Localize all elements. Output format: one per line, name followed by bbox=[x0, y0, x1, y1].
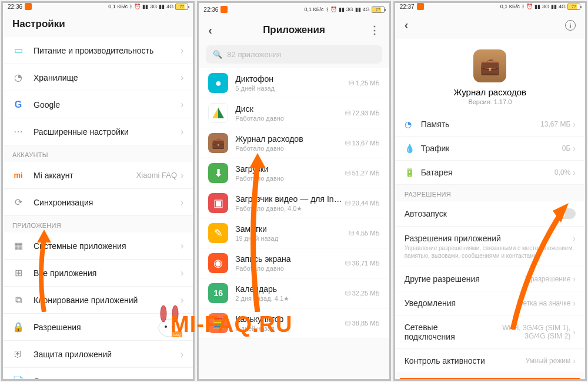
mi-icon: mi bbox=[12, 170, 24, 181]
signal-icon: ▮▮ bbox=[551, 4, 557, 9]
app-name-label: Журнал расходов bbox=[235, 134, 345, 144]
chevron-right-icon: › bbox=[573, 144, 576, 153]
sig2: 4G bbox=[559, 4, 566, 9]
app-row[interactable]: ▣ Загрузчик видео — для Instagram Работа… bbox=[199, 188, 389, 218]
row-app-permissions[interactable]: Разрешения приложений › Управление разре… bbox=[395, 227, 585, 267]
app-sub-label: Работало давно bbox=[235, 145, 345, 152]
back-button[interactable]: ‹ bbox=[208, 24, 212, 37]
status-time: 22:37 bbox=[400, 4, 415, 10]
close-button[interactable]: ✕ Закрыть bbox=[401, 379, 460, 381]
row-sublabel: Управление разрешениями, связанными с ме… bbox=[405, 244, 576, 260]
panel-apps-list: 22:36 0,1 КБ/с ᚼ ⏰ ▮▮ 3G ▮▮ 4G 77 ‹ Прил… bbox=[197, 1, 390, 381]
app-hero: 💼 Журнал расходов Версия: 1.17.0 bbox=[395, 39, 585, 112]
app-badge-icon bbox=[25, 3, 32, 10]
row-label: Автозапуск bbox=[405, 209, 556, 218]
memory-icon: ◔ bbox=[405, 119, 415, 129]
app-row[interactable]: Диск Работало давно ⛁72,93 МБ bbox=[199, 98, 389, 128]
delete-button[interactable]: 🗑 Удалить bbox=[460, 379, 520, 381]
row-activity[interactable]: Контроль активности Умный режим › bbox=[395, 349, 585, 373]
row-network[interactable]: Сетевые подключения Wi-Fi, 3G/4G (SIM 1)… bbox=[395, 315, 585, 349]
chevron-right-icon: › bbox=[573, 298, 576, 308]
app-icon: ● bbox=[208, 73, 228, 93]
row-label: Mi аккаунт bbox=[34, 171, 136, 180]
app-sub-label: Работало давно, 4.0★ bbox=[235, 205, 345, 212]
storage-icon: ⛁ bbox=[345, 200, 350, 207]
chevron-right-icon: › bbox=[181, 376, 183, 381]
app-name-label: Календарь bbox=[235, 284, 345, 294]
clear-button[interactable]: ◇ Очистить bbox=[520, 379, 579, 381]
row-advanced[interactable]: ⋯ Расширенные настройки › bbox=[3, 118, 193, 145]
status-time: 22:36 bbox=[203, 6, 218, 13]
row-notifications[interactable]: Уведомления Метка на значке › bbox=[395, 291, 585, 315]
app-size-label: ⛁38,85 МБ bbox=[345, 320, 380, 327]
search-input[interactable]: 🔍 82 приложения bbox=[206, 45, 382, 64]
chevron-right-icon: › bbox=[181, 268, 183, 278]
row-traffic[interactable]: 💧 Трафик 0Б › bbox=[395, 137, 585, 161]
row-other-permissions[interactable]: Другие разрешения 1 разрешение › bbox=[395, 267, 585, 291]
row-app-protect[interactable]: ⛨ Защита приложений › bbox=[3, 341, 193, 368]
row-report[interactable]: 📄 Отчет › bbox=[3, 368, 193, 381]
battery-icon: 77 bbox=[175, 4, 188, 10]
storage-icon: ⛁ bbox=[345, 260, 350, 267]
chevron-right-icon: › bbox=[181, 197, 183, 208]
section-accounts: АККАУНТЫ bbox=[3, 145, 193, 162]
app-icon: 🧮 bbox=[208, 313, 228, 333]
row-label: Отчет bbox=[34, 377, 181, 381]
chevron-right-icon: › bbox=[181, 295, 183, 305]
search-icon: 🔍 bbox=[213, 50, 222, 59]
info-button[interactable]: i bbox=[565, 20, 576, 31]
row-permissions[interactable]: 🔒 Разрешения › bbox=[3, 314, 193, 341]
net-speed: 0,1 КБ/с bbox=[304, 6, 323, 12]
app-row[interactable]: 16 Календарь 2 дня назад, 4.1★ ⛁32,25 МБ bbox=[199, 278, 389, 308]
chevron-right-icon: › bbox=[181, 241, 183, 251]
row-sync[interactable]: ⟳ Синхронизация › bbox=[3, 189, 193, 216]
more-button[interactable]: ⋮ bbox=[369, 24, 380, 36]
apps-icon: ⊞ bbox=[12, 267, 24, 279]
row-label: Контроль активности bbox=[405, 356, 526, 366]
app-row[interactable]: ● Диктофон 5 дней назад ⛁1,25 МБ bbox=[199, 68, 389, 98]
storage-icon: ⛁ bbox=[349, 79, 354, 87]
app-sub-label: Работало давно bbox=[235, 115, 345, 122]
net-speed: 0,1 КБ/с bbox=[108, 4, 128, 9]
autostart-toggle[interactable] bbox=[556, 208, 576, 219]
row-label: Другие разрешения bbox=[405, 274, 524, 284]
row-power[interactable]: ▭ Питание и производительность › bbox=[3, 37, 193, 64]
row-label: Защита приложений bbox=[34, 350, 181, 359]
row-value: 0Б bbox=[562, 144, 571, 152]
row-all-apps[interactable]: ⊞ Все приложения › bbox=[3, 260, 193, 287]
chevron-right-icon: › bbox=[181, 127, 183, 137]
sig2: 4G bbox=[363, 6, 370, 12]
row-mi-account[interactable]: mi Mi аккаунт Xiaomi FAQ › bbox=[3, 162, 193, 189]
storage-icon: ⛁ bbox=[345, 109, 350, 117]
chevron-right-icon: › bbox=[573, 274, 576, 284]
row-autostart[interactable]: Автозапуск bbox=[395, 201, 585, 227]
app-row[interactable]: ✎ Заметки 19 дней назад ⛁4,55 МБ bbox=[199, 218, 389, 248]
row-google[interactable]: G Google › bbox=[3, 91, 193, 118]
app-row[interactable]: ⬇ Загрузки Работало давно ⛁51,27 МБ bbox=[199, 158, 389, 188]
app-bar: ‹ Приложения ⋮ bbox=[199, 16, 389, 43]
sig1: 3G bbox=[346, 6, 353, 12]
row-clone-apps[interactable]: ⧉ Клонирование приложений › bbox=[3, 287, 193, 314]
row-system-apps[interactable]: ▦ Системные приложения › bbox=[3, 232, 193, 260]
row-label: Уведомления bbox=[405, 298, 517, 308]
app-name-label: Заметки bbox=[235, 224, 348, 234]
sig2: 4G bbox=[166, 4, 173, 9]
alarm-icon: ⏰ bbox=[330, 6, 337, 12]
app-icon: 💼 bbox=[473, 49, 506, 82]
app-row[interactable]: 💼 Журнал расходов Работало давно ⛁13,67 … bbox=[199, 128, 389, 158]
status-bar: 22:36 0,1 КБ/с ᚼ ⏰ ▮▮ 3G ▮▮ 4G 77 bbox=[3, 3, 193, 10]
row-label: Расширенные настройки bbox=[34, 127, 181, 137]
status-bar: 22:37 0,1 КБ/с ᚼ ⏰ ▮▮ 3G ▮▮ 4G 77 bbox=[395, 3, 585, 10]
app-row[interactable]: 🧮 Калькулятор 7 дней назад ⛁38,85 МБ bbox=[199, 308, 389, 338]
back-button[interactable]: ‹ bbox=[405, 18, 409, 32]
row-storage[interactable]: ◔ Хранилище › bbox=[3, 64, 193, 91]
app-icon: ✎ bbox=[208, 223, 228, 243]
row-battery[interactable]: 🔋 Батарея 0,0% › bbox=[395, 161, 585, 185]
clone-icon: ⧉ bbox=[12, 294, 24, 306]
app-icon bbox=[208, 103, 228, 123]
row-memory[interactable]: ◔ Память 13,67 МБ › bbox=[395, 112, 585, 137]
app-row[interactable]: ◉ Запись экрана Работало давно ⛁36,71 МБ bbox=[199, 248, 389, 278]
chevron-right-icon: › bbox=[573, 356, 576, 366]
storage-icon: ⛁ bbox=[345, 320, 350, 327]
app-size-label: ⛁36,71 МБ bbox=[345, 260, 380, 267]
